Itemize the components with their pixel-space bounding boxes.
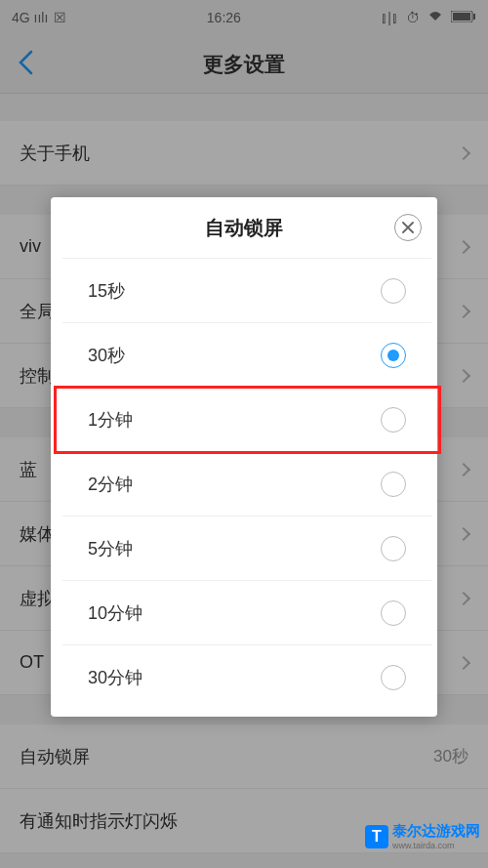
close-button[interactable] <box>394 214 422 241</box>
watermark-url: www.tairda.com <box>392 841 480 850</box>
watermark: T 泰尔达游戏网 www.tairda.com <box>365 822 480 850</box>
radio-icon <box>381 536 406 561</box>
option-15s[interactable]: 15秒 <box>62 258 431 322</box>
radio-icon <box>381 407 406 433</box>
radio-icon <box>381 278 406 304</box>
radio-icon <box>381 472 406 497</box>
option-30s[interactable]: 30秒 <box>62 322 431 387</box>
option-label: 30秒 <box>88 344 125 367</box>
option-5min[interactable]: 5分钟 <box>62 516 431 580</box>
option-label: 30分钟 <box>88 666 142 689</box>
option-2min[interactable]: 2分钟 <box>62 451 431 516</box>
option-1min[interactable]: 1分钟 <box>62 387 431 451</box>
close-icon <box>402 222 414 233</box>
watermark-text: 泰尔达游戏网 <box>392 822 480 841</box>
option-label: 10分钟 <box>88 601 142 625</box>
option-label: 15秒 <box>88 279 125 303</box>
radio-icon <box>381 665 406 690</box>
radio-icon-selected <box>381 343 406 368</box>
option-30min[interactable]: 30分钟 <box>62 644 431 709</box>
modal-header: 自动锁屏 <box>51 197 437 258</box>
radio-icon <box>381 600 406 626</box>
option-10min[interactable]: 10分钟 <box>62 580 431 644</box>
autolock-modal: 自动锁屏 15秒 30秒 1分钟 2分钟 5分钟 10分钟 30分钟 <box>51 197 437 717</box>
option-label: 1分钟 <box>88 408 133 432</box>
watermark-icon: T <box>365 825 388 848</box>
option-label: 2分钟 <box>88 473 133 496</box>
option-label: 5分钟 <box>88 537 133 560</box>
modal-title: 自动锁屏 <box>205 215 283 241</box>
